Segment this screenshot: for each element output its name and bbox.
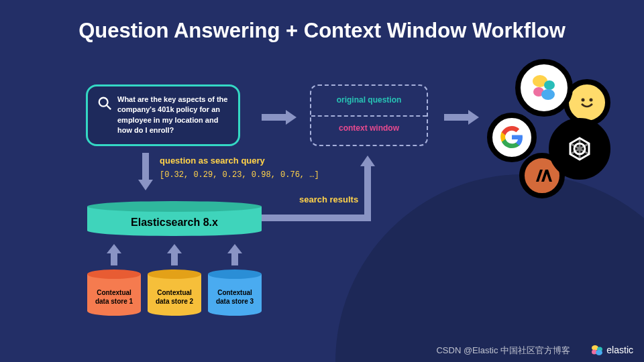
ds-label: data store 2 bbox=[156, 298, 193, 305]
elastic-logo bbox=[515, 59, 573, 117]
question-text: What are the key aspects of the company'… bbox=[117, 95, 229, 136]
svg-marker-12 bbox=[360, 156, 375, 166]
page-title: Question Answering + Context Window Work… bbox=[0, 0, 644, 43]
svg-point-16 bbox=[582, 99, 585, 102]
arrow-up-icon bbox=[226, 244, 244, 265]
ds-label: Contextual bbox=[157, 289, 192, 296]
footer-attribution: CSDN @Elastic 中国社区官方博客 bbox=[436, 345, 570, 357]
original-question-label: original question bbox=[311, 86, 427, 105]
google-logo bbox=[487, 113, 537, 162]
elastic-brand: elastic bbox=[590, 345, 633, 355]
question-box: What are the key aspects of the company'… bbox=[86, 84, 240, 146]
svg-point-19 bbox=[544, 80, 555, 90]
svg-marker-11 bbox=[286, 110, 297, 125]
elasticsearch-cylinder: Elasticsearch 8.x bbox=[87, 201, 262, 240]
svg-point-0 bbox=[99, 98, 108, 107]
es-label: Elasticsearch 8.x bbox=[131, 217, 218, 229]
arrow-up-icon bbox=[166, 244, 183, 265]
arrow-up-icon bbox=[105, 244, 123, 265]
openai-logo bbox=[549, 118, 610, 180]
svg-point-26 bbox=[596, 350, 602, 355]
search-icon bbox=[97, 96, 112, 111]
elastic-brand-text: elastic bbox=[606, 345, 633, 355]
ds-label: data store 1 bbox=[95, 298, 133, 305]
background-circle bbox=[335, 174, 644, 362]
svg-marker-8 bbox=[227, 244, 242, 253]
arrow-down-icon bbox=[137, 153, 154, 192]
datastore-2: Contextualdata store 2 bbox=[148, 269, 201, 319]
search-results-label: search results bbox=[299, 194, 358, 204]
ds-label: data store 3 bbox=[216, 298, 254, 305]
datastore-3: Contextualdata store 3 bbox=[208, 269, 262, 319]
ds-label: Contextual bbox=[97, 289, 131, 296]
logo-cluster bbox=[483, 59, 617, 193]
svg-marker-6 bbox=[167, 244, 182, 253]
elastic-mark-icon bbox=[590, 345, 604, 355]
svg-line-1 bbox=[107, 105, 111, 109]
svg-point-15 bbox=[576, 92, 598, 113]
context-window-label: context window bbox=[311, 123, 427, 133]
svg-marker-4 bbox=[107, 244, 121, 253]
query-label: question as search query bbox=[160, 156, 265, 166]
arrow-right-icon bbox=[444, 109, 480, 126]
svg-point-21 bbox=[541, 89, 555, 100]
datastore-1: Contextualdata store 1 bbox=[87, 269, 141, 319]
arrow-right-icon bbox=[262, 109, 298, 126]
svg-point-17 bbox=[590, 99, 593, 102]
ds-label: Contextual bbox=[217, 289, 252, 296]
context-window-box: original question context window bbox=[310, 84, 428, 146]
svg-marker-3 bbox=[138, 180, 153, 190]
svg-marker-14 bbox=[468, 110, 479, 125]
elbow-arrow-icon bbox=[262, 156, 376, 221]
